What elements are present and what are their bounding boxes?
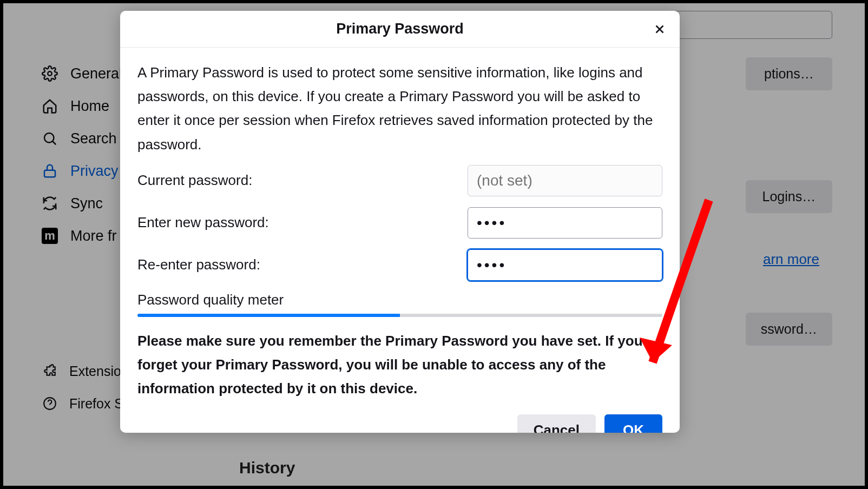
dialog-header: Primary Password [120, 11, 680, 48]
reenter-password-label: Re-enter password: [137, 256, 260, 273]
reenter-password-row: Re-enter password: [137, 249, 662, 281]
dialog-warning: Please make sure you remember the Primar… [137, 329, 662, 401]
meter-fill [137, 314, 400, 317]
new-password-row: Enter new password: [137, 207, 662, 239]
current-password-label: Current password: [137, 172, 252, 189]
close-icon [653, 22, 667, 36]
dialog-footer: Cancel OK [137, 411, 662, 433]
cancel-button[interactable]: Cancel [517, 414, 596, 433]
dialog-title: Primary Password [336, 21, 464, 37]
close-button[interactable] [650, 20, 669, 38]
current-password-input [468, 165, 662, 196]
dialog-body: A Primary Password is used to protect so… [120, 48, 680, 433]
password-quality-meter [137, 314, 662, 317]
ok-button[interactable]: OK [604, 414, 662, 433]
primary-password-dialog: Primary Password A Primary Password is u… [120, 11, 680, 433]
new-password-label: Enter new password: [137, 214, 269, 231]
reenter-password-input[interactable] [468, 249, 662, 281]
meter-label: Password quality meter [137, 292, 662, 308]
dialog-description: A Primary Password is used to protect so… [137, 61, 662, 156]
current-password-row: Current password: [137, 165, 662, 196]
new-password-input[interactable] [468, 207, 662, 239]
